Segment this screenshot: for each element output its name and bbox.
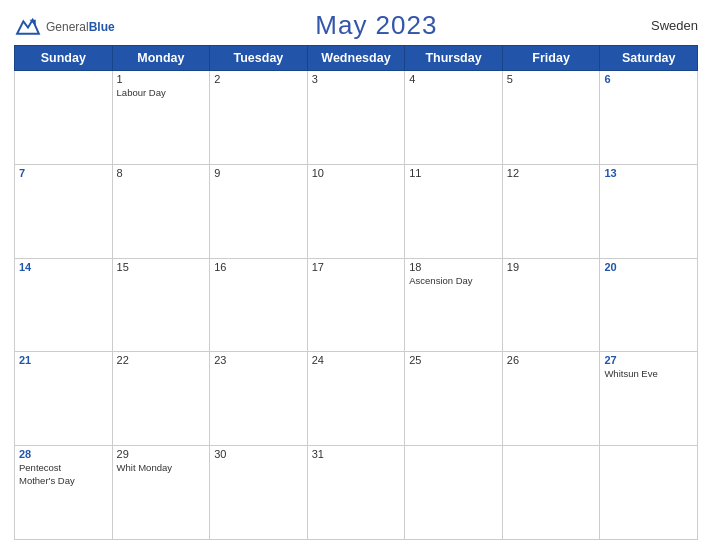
days-header-row: Sunday Monday Tuesday Wednesday Thursday… — [15, 46, 698, 71]
table-row — [600, 446, 698, 540]
day-number: 19 — [507, 261, 596, 273]
table-row: 17 — [307, 258, 405, 352]
header-saturday: Saturday — [600, 46, 698, 71]
holiday-name: Pentecost Mother's Day — [19, 462, 108, 487]
week-row-1: 1Labour Day23456 — [15, 71, 698, 165]
table-row: 16 — [210, 258, 308, 352]
week-row-4: 21222324252627Whitsun Eve — [15, 352, 698, 446]
holiday-name: Whitsun Eve — [604, 368, 693, 380]
table-row: 20 — [600, 258, 698, 352]
day-number: 26 — [507, 354, 596, 366]
table-row: 26 — [502, 352, 600, 446]
generalblue-logo-icon — [14, 15, 42, 37]
top-header: GeneralBlue May 2023 Sweden — [14, 10, 698, 41]
day-number: 25 — [409, 354, 498, 366]
table-row: 14 — [15, 258, 113, 352]
table-row: 27Whitsun Eve — [600, 352, 698, 446]
day-number: 10 — [312, 167, 401, 179]
logo-blue: Blue — [89, 20, 115, 34]
day-number: 9 — [214, 167, 303, 179]
table-row: 23 — [210, 352, 308, 446]
table-row: 11 — [405, 164, 503, 258]
title-area: May 2023 — [115, 10, 638, 41]
day-number: 2 — [214, 73, 303, 85]
header-monday: Monday — [112, 46, 210, 71]
header-wednesday: Wednesday — [307, 46, 405, 71]
day-number: 30 — [214, 448, 303, 460]
week-row-5: 28Pentecost Mother's Day29Whit Monday303… — [15, 446, 698, 540]
day-number: 17 — [312, 261, 401, 273]
day-number: 11 — [409, 167, 498, 179]
day-number: 31 — [312, 448, 401, 460]
calendar-page: GeneralBlue May 2023 Sweden Sunday Monda… — [0, 0, 712, 550]
week-row-2: 78910111213 — [15, 164, 698, 258]
table-row: 2 — [210, 71, 308, 165]
day-number: 15 — [117, 261, 206, 273]
table-row: 13 — [600, 164, 698, 258]
logo-text: GeneralBlue — [46, 17, 115, 35]
table-row: 22 — [112, 352, 210, 446]
day-number: 8 — [117, 167, 206, 179]
day-number: 29 — [117, 448, 206, 460]
day-number: 20 — [604, 261, 693, 273]
day-number: 4 — [409, 73, 498, 85]
day-number: 27 — [604, 354, 693, 366]
table-row: 28Pentecost Mother's Day — [15, 446, 113, 540]
table-row: 9 — [210, 164, 308, 258]
logo-general: General — [46, 20, 89, 34]
holiday-name: Labour Day — [117, 87, 206, 99]
table-row: 8 — [112, 164, 210, 258]
table-row: 1Labour Day — [112, 71, 210, 165]
table-row: 31 — [307, 446, 405, 540]
day-number: 3 — [312, 73, 401, 85]
table-row: 10 — [307, 164, 405, 258]
table-row: 12 — [502, 164, 600, 258]
holiday-name: Whit Monday — [117, 462, 206, 474]
header-friday: Friday — [502, 46, 600, 71]
header-sunday: Sunday — [15, 46, 113, 71]
day-number: 23 — [214, 354, 303, 366]
table-row: 25 — [405, 352, 503, 446]
table-row: 24 — [307, 352, 405, 446]
logo-area: GeneralBlue — [14, 15, 115, 37]
day-number: 14 — [19, 261, 108, 273]
day-number: 6 — [604, 73, 693, 85]
day-number: 12 — [507, 167, 596, 179]
calendar-table: Sunday Monday Tuesday Wednesday Thursday… — [14, 45, 698, 540]
header-tuesday: Tuesday — [210, 46, 308, 71]
week-row-3: 1415161718Ascension Day1920 — [15, 258, 698, 352]
header-thursday: Thursday — [405, 46, 503, 71]
table-row — [405, 446, 503, 540]
table-row: 15 — [112, 258, 210, 352]
holiday-name: Ascension Day — [409, 275, 498, 287]
day-number: 5 — [507, 73, 596, 85]
table-row: 21 — [15, 352, 113, 446]
day-number: 13 — [604, 167, 693, 179]
table-row — [502, 446, 600, 540]
day-number: 16 — [214, 261, 303, 273]
day-number: 7 — [19, 167, 108, 179]
day-number: 18 — [409, 261, 498, 273]
day-number: 21 — [19, 354, 108, 366]
table-row: 7 — [15, 164, 113, 258]
day-number: 28 — [19, 448, 108, 460]
table-row: 5 — [502, 71, 600, 165]
country-label: Sweden — [638, 18, 698, 33]
table-row — [15, 71, 113, 165]
table-row: 3 — [307, 71, 405, 165]
day-number: 1 — [117, 73, 206, 85]
day-number: 24 — [312, 354, 401, 366]
month-title: May 2023 — [315, 10, 437, 40]
day-number: 22 — [117, 354, 206, 366]
table-row: 19 — [502, 258, 600, 352]
table-row: 6 — [600, 71, 698, 165]
table-row: 30 — [210, 446, 308, 540]
table-row: 29Whit Monday — [112, 446, 210, 540]
table-row: 18Ascension Day — [405, 258, 503, 352]
table-row: 4 — [405, 71, 503, 165]
